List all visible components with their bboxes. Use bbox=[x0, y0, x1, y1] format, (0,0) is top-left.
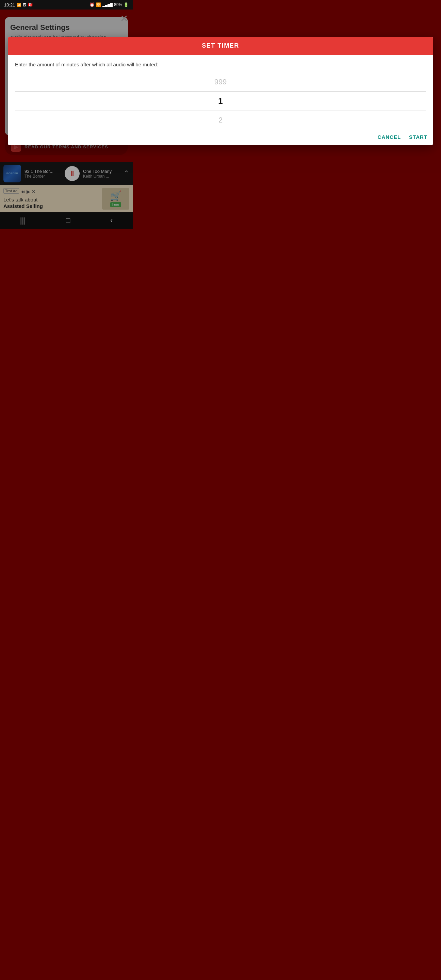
dialog-title: SET TIMER bbox=[15, 42, 133, 49]
dialog-body: Enter the amount of minutes after which … bbox=[8, 55, 133, 129]
signal-strength-icon: ▂▄▆█ bbox=[102, 3, 113, 7]
signal-icon: 📶 bbox=[17, 3, 21, 7]
status-bar: 10:21 📶 🖼 🇨🇦 ⏰ 🛜 ▂▄▆█ 89% 🔋 bbox=[0, 0, 133, 10]
status-bar-left: 10:21 📶 🖼 🇨🇦 bbox=[4, 2, 33, 8]
picker-option-999[interactable]: 999 bbox=[15, 73, 133, 91]
battery-icon: 🔋 bbox=[124, 2, 129, 7]
battery: 89% bbox=[114, 2, 122, 7]
status-bar-right: ⏰ 🛜 ▂▄▆█ 89% 🔋 bbox=[89, 2, 129, 7]
dialog-header: SET TIMER bbox=[8, 37, 133, 55]
flag-icon: 🇨🇦 bbox=[28, 3, 33, 7]
picker-option-1[interactable]: 1 bbox=[15, 92, 133, 111]
wifi-icon: 🛜 bbox=[96, 2, 101, 7]
dialog-actions: CANCEL START bbox=[8, 129, 133, 145]
alarm-icon: ⏰ bbox=[89, 2, 95, 7]
set-timer-dialog: SET TIMER Enter the amount of minutes af… bbox=[8, 37, 133, 145]
dialog-description: Enter the amount of minutes after which … bbox=[15, 61, 133, 68]
number-picker[interactable]: 999 1 2 bbox=[15, 73, 133, 129]
picker-option-2[interactable]: 2 bbox=[15, 111, 133, 129]
time: 10:21 bbox=[4, 2, 15, 8]
image-icon: 🖼 bbox=[23, 3, 27, 7]
